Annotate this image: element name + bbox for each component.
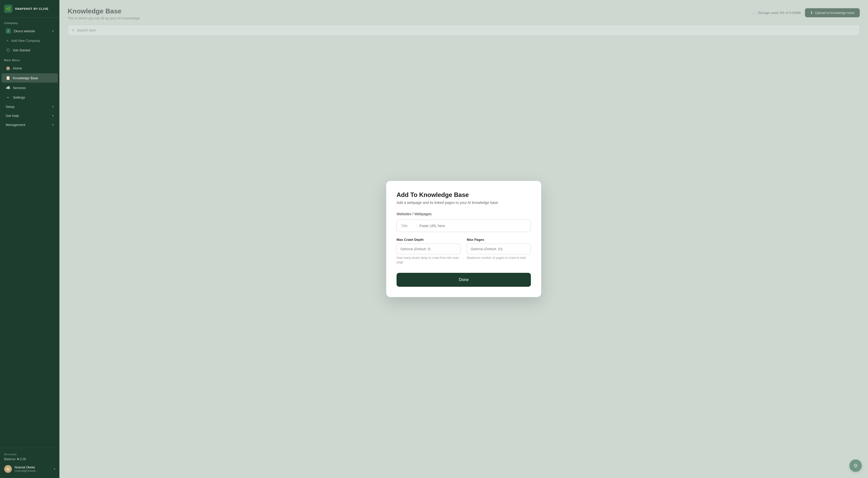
add-company-label: Add New Company (11, 39, 40, 43)
user-email: nnamdi@cliveall... (14, 469, 51, 472)
company-section-label: Company (0, 18, 59, 26)
sidebar-item-services-label: Services (13, 86, 26, 90)
mgmt-chevron-icon: ▾ (52, 123, 54, 127)
done-button[interactable]: Done (397, 273, 531, 287)
services-icon: ☁️ (6, 86, 10, 90)
sidebar-item-home[interactable]: 🏠 Home (2, 64, 58, 73)
max-crawl-depth-label: Max Crawl Depth (397, 238, 461, 242)
sidebar-item-zikora[interactable]: Z Zikora website ▾ (2, 26, 58, 36)
home-icon: 🏠 (6, 66, 10, 70)
user-name: Nnamdi Okeke (14, 466, 51, 469)
max-crawl-depth-group: Max Crawl Depth How many levels deep to … (397, 238, 461, 265)
settings-dot-icon: • (6, 95, 10, 100)
add-to-knowledge-base-modal: Add To Knowledge Base Add a webpage and … (386, 181, 541, 297)
chevron-down-icon: ▾ (52, 29, 54, 33)
done-btn-label: Done (459, 277, 469, 282)
sidebar-item-settings[interactable]: • Settings (2, 93, 58, 102)
sidebar-item-knowledge-base-label: Knowledge Base (13, 76, 38, 80)
company-icon: Z (6, 28, 11, 34)
get-started-icon: ⬡ (6, 48, 10, 53)
account-label: Account (0, 451, 59, 457)
sidebar: 🌿 SNAPSHOT BY CLIVE Company Z Zikora web… (0, 0, 59, 478)
sidebar-logo: 🌿 SNAPSHOT BY CLIVE (0, 0, 59, 18)
sidebar-item-management[interactable]: Management ▾ (2, 121, 58, 129)
max-pages-group: Max Pages Maximum number of pages to cra… (467, 238, 531, 265)
url-input-field[interactable] (419, 224, 526, 228)
crawl-options-row: Max Crawl Depth How many levels deep to … (397, 238, 531, 265)
max-crawl-depth-hint: How many levels deep to crawl from the m… (397, 256, 461, 265)
sidebar-item-services[interactable]: ☁️ Services (2, 83, 58, 92)
sidebar-bottom: Account Balance: ₦ 0.00 N Nnamdi Okeke n… (0, 448, 59, 478)
main-content: Knowledge Base This is where you can fil… (59, 0, 868, 478)
sidebar-management-label: Management (6, 123, 25, 127)
user-info: Nnamdi Okeke nnamdi@cliveall... (14, 466, 51, 472)
max-pages-input[interactable] (467, 244, 531, 254)
sidebar-get-help-label: Get Help (6, 114, 19, 118)
knowledge-base-icon: 📋 (6, 76, 10, 80)
sidebar-item-settings-label: Settings (13, 96, 25, 99)
app-name: SNAPSHOT BY CLIVE (15, 7, 49, 10)
modal-subtitle: Add a webpage and its linked pages to yo… (397, 201, 531, 205)
user-profile[interactable]: N Nnamdi Okeke nnamdi@cliveall... ▾ (0, 463, 59, 475)
help-chevron-icon: ▾ (52, 114, 54, 117)
get-started-label: Get Started (13, 48, 30, 52)
company-name: Zikora website (13, 29, 35, 33)
url-divider: - (416, 224, 417, 228)
sidebar-setup-label: Setup (6, 105, 14, 109)
sidebar-item-get-started[interactable]: ⬡ Get Started (2, 45, 58, 55)
modal-title: Add To Knowledge Base (397, 191, 531, 199)
main-menu-section-label: Main Menu (0, 55, 59, 63)
plus-icon: ＋ (6, 38, 9, 43)
sidebar-item-knowledge-base[interactable]: 📋 Knowledge Base (2, 73, 58, 82)
avatar: N (4, 465, 12, 473)
sidebar-item-get-help[interactable]: Get Help ▾ (2, 111, 58, 120)
max-crawl-depth-input[interactable] (397, 244, 461, 254)
max-pages-label: Max Pages (467, 238, 531, 242)
app-logo-icon: 🌿 (4, 5, 12, 13)
setup-chevron-icon: ▾ (52, 105, 54, 108)
user-chevron-icon: ▾ (54, 468, 55, 471)
modal-section-label: Websites / Webpages (397, 212, 531, 216)
sidebar-item-home-label: Home (13, 66, 22, 70)
modal-overlay: Add To Knowledge Base Add a webpage and … (59, 0, 868, 478)
max-pages-hint: Maximum number of pages to crawl in tota… (467, 256, 531, 260)
sidebar-item-add-company[interactable]: ＋ Add New Company (2, 36, 58, 45)
balance-label: Balance: ₦ 0.00 (0, 457, 59, 463)
url-input-row: Title - (397, 219, 531, 232)
url-title-label: Title (401, 224, 414, 228)
sidebar-item-setup[interactable]: Setup ▾ (2, 102, 58, 111)
